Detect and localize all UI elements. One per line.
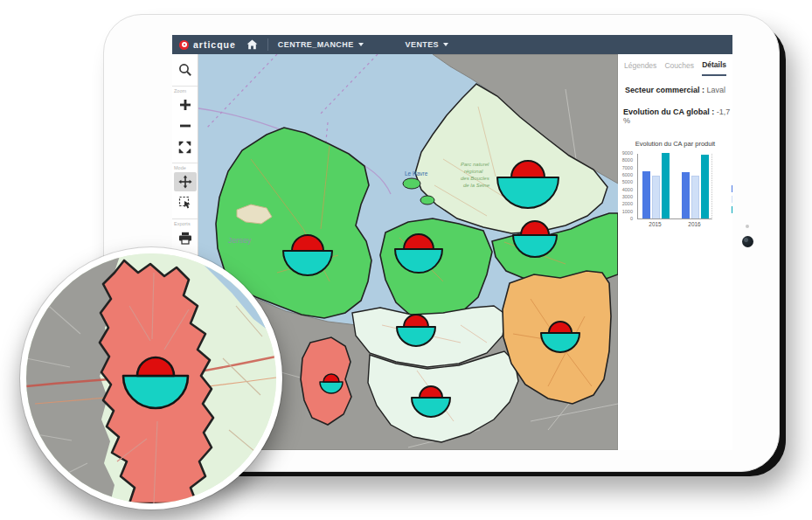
region-le-havre[interactable] xyxy=(403,178,420,189)
sector-row: Secteur commercial : Laval xyxy=(618,86,732,94)
toolbar-divider xyxy=(172,163,198,163)
svg-text:de la Seine: de la Seine xyxy=(463,183,490,188)
menu-centre-manche[interactable]: CENTRE_MANCHE xyxy=(278,40,364,49)
legend-item: Produ xyxy=(732,196,732,203)
toolbar-section-exports: Exports xyxy=(172,221,191,226)
bar-group xyxy=(682,155,709,218)
lasso-select-icon xyxy=(178,196,192,210)
x-tick-label: 2016 xyxy=(681,221,708,227)
y-tick-label: 0 xyxy=(630,217,633,222)
caret-down-icon xyxy=(358,43,364,46)
chart-title: Evolution du CA par produit xyxy=(618,140,732,148)
chart-block: Evolution du CA par produit 010002000300… xyxy=(618,140,732,227)
bar xyxy=(652,176,660,218)
legend-swatch-icon xyxy=(732,185,732,192)
toolbar-divider xyxy=(172,86,198,87)
toolbar-section-mode: Mode xyxy=(172,165,186,170)
search-button[interactable] xyxy=(174,60,197,80)
sector-value: Laval xyxy=(707,86,726,94)
navbar-separator xyxy=(267,38,268,51)
legend-item: Produ xyxy=(732,206,732,213)
bar-group xyxy=(642,153,670,218)
tab-details[interactable]: Détails xyxy=(702,54,726,76)
y-tick-label: 4000 xyxy=(622,188,633,193)
lasso-select-button[interactable] xyxy=(174,193,197,212)
details-panel: Légendes Couches Détails Secteur commerc… xyxy=(618,54,732,450)
region-honfleur[interactable] xyxy=(420,196,434,205)
sector-label: Secteur commercial : xyxy=(625,86,704,94)
y-tick-label: 9000 xyxy=(622,151,633,156)
pan-move-button[interactable] xyxy=(174,172,197,191)
bar xyxy=(662,153,670,218)
evolution-row: Evolution du CA global : -1,7 % xyxy=(618,107,732,125)
y-tick-label: 3000 xyxy=(622,195,633,200)
y-tick-label: 6000 xyxy=(622,173,633,178)
chart-legend: ProduProduProdu xyxy=(732,185,732,217)
zoom-out-button[interactable] xyxy=(174,116,197,135)
panel-tabs: Légendes Couches Détails xyxy=(618,54,732,76)
toolbar-section-zoom: Zoom xyxy=(172,88,186,94)
camera-lens-icon xyxy=(742,236,753,247)
menu-label: VENTES xyxy=(406,40,439,49)
caret-down-icon xyxy=(443,43,448,46)
chart-plot xyxy=(637,154,712,219)
menu-label: CENTRE_MANCHE xyxy=(278,40,354,49)
zoom-out-icon xyxy=(179,120,191,132)
bar xyxy=(701,155,709,218)
fullscreen-icon xyxy=(178,141,191,154)
bar xyxy=(691,176,699,218)
magnifier-circle xyxy=(20,247,282,510)
y-tick-label: 2000 xyxy=(622,202,633,207)
camera-light xyxy=(746,225,749,228)
toolbar-divider xyxy=(172,218,198,219)
jersey-label: Jersey xyxy=(228,236,252,245)
tab-legendes[interactable]: Légendes xyxy=(624,54,656,76)
svg-text:des Boucles: des Boucles xyxy=(461,176,489,181)
bar xyxy=(642,171,650,218)
legend-swatch-icon xyxy=(732,206,732,213)
legend-item: Produ xyxy=(732,185,732,192)
svg-text:régional: régional xyxy=(464,169,483,174)
chart-area: 0100020003000400050006000700080009000 20… xyxy=(637,154,732,227)
le-havre-label: Le Havre xyxy=(405,170,428,177)
zoom-in-icon xyxy=(179,99,191,111)
fullscreen-button[interactable] xyxy=(174,137,197,156)
y-tick-label: 7000 xyxy=(622,166,633,171)
search-icon xyxy=(178,63,192,77)
zoom-in-button[interactable] xyxy=(174,95,197,114)
chart-yaxis: 0100020003000400050006000700080009000 xyxy=(618,154,635,219)
x-tick-label: 2015 xyxy=(642,221,669,227)
top-navbar: articque CENTRE_MANCHE VENTES xyxy=(172,35,732,54)
home-button[interactable] xyxy=(246,39,258,50)
chart-xaxis: 20152016 xyxy=(637,221,732,227)
print-button[interactable] xyxy=(174,228,197,247)
brand-logo[interactable]: articque xyxy=(179,39,236,50)
brand-name: articque xyxy=(193,39,236,50)
tab-couches[interactable]: Couches xyxy=(664,54,694,76)
y-tick-label: 1000 xyxy=(622,210,633,215)
print-icon xyxy=(178,232,192,245)
y-tick-label: 8000 xyxy=(622,158,633,163)
legend-swatch-icon xyxy=(732,196,732,203)
menu-ventes[interactable]: VENTES xyxy=(406,40,448,49)
bar xyxy=(682,172,690,218)
pan-move-icon xyxy=(178,175,192,189)
svg-text:Parc naturel: Parc naturel xyxy=(461,162,489,167)
home-icon xyxy=(246,39,258,50)
evolution-label: Evolution du CA global : xyxy=(623,107,714,116)
y-tick-label: 5000 xyxy=(622,180,633,185)
articque-logo-icon xyxy=(179,40,189,50)
